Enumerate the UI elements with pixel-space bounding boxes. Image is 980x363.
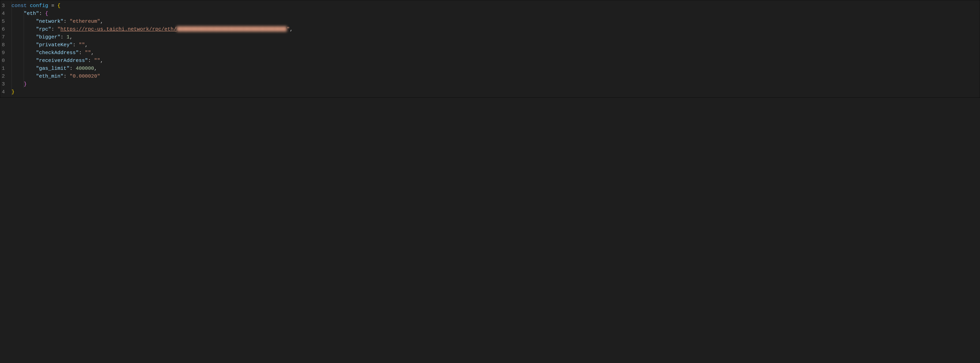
string-empty: "" — [79, 42, 85, 48]
code-line[interactable]: const config = { — [8, 2, 980, 10]
colon: : — [64, 73, 70, 79]
line-number: 2 — [2, 72, 5, 80]
colon: : — [51, 26, 57, 32]
comma: , — [91, 50, 94, 56]
keyword-const: const — [11, 3, 27, 9]
property-rpc: "rpc" — [36, 26, 51, 32]
code-line[interactable]: "bigger": 1, — [8, 33, 980, 41]
colon: : — [79, 50, 85, 56]
code-line[interactable]: "eth_min": "0.000020" — [8, 72, 980, 80]
comma: , — [85, 42, 88, 48]
string-quote: " — [57, 26, 60, 32]
brace-open: { — [57, 3, 60, 9]
string-empty: "" — [85, 50, 91, 56]
indent-guide — [24, 10, 24, 88]
string-quote: " — [287, 26, 290, 32]
line-number: 7 — [2, 33, 5, 41]
property-gaslimit: "gas_limit" — [36, 65, 70, 72]
line-number: 6 — [2, 25, 5, 33]
operator-equals: = — [48, 3, 57, 9]
code-line[interactable]: "receiverAddress": "", — [8, 57, 980, 64]
property-network: "network" — [36, 18, 63, 24]
code-line[interactable]: "privateKey": "", — [8, 41, 980, 49]
brace-open: { — [45, 11, 48, 16]
line-number: 5 — [2, 18, 5, 25]
colon: : — [88, 57, 94, 64]
property-ethmin: "eth_min" — [36, 73, 63, 79]
number-bigger: 1 — [67, 34, 70, 40]
string-ethmin: "0.000020" — [70, 73, 100, 79]
line-number: 0 — [2, 57, 5, 64]
comma: , — [70, 34, 73, 40]
line-number: 1 — [2, 64, 5, 72]
line-number: 8 — [2, 41, 5, 49]
colon: : — [70, 65, 76, 72]
colon: : — [73, 42, 79, 48]
indent-guide — [11, 2, 12, 96]
property-privatekey: "privateKey" — [36, 42, 73, 48]
property-checkaddress: "checkAddress" — [36, 50, 79, 56]
colon: : — [60, 34, 67, 40]
code-line[interactable]: "gas_limit": 400000, — [8, 64, 980, 72]
code-line[interactable]: "network": "ethereum", — [8, 18, 980, 25]
code-line[interactable]: "eth": { — [8, 10, 980, 18]
rpc-url-link[interactable]: https://rpc-us.taichi.network/rpc/eth/ — [60, 26, 177, 32]
comma: , — [100, 18, 103, 24]
code-line[interactable]: } — [8, 80, 980, 88]
brace-close: } — [24, 81, 27, 87]
code-line[interactable]: "rpc": "https://rpc-us.taichi.network/rp… — [8, 25, 980, 33]
colon: : — [39, 11, 45, 16]
number-gaslimit: 400000 — [76, 65, 94, 72]
line-number: 4 — [2, 88, 5, 96]
property-receiveraddress: "receiverAddress" — [36, 57, 88, 64]
comma: , — [94, 65, 97, 72]
property-eth: "eth" — [24, 11, 39, 16]
line-number: 3 — [2, 2, 5, 10]
line-number: 3 — [2, 80, 5, 88]
line-number: 9 — [2, 49, 5, 57]
string-empty: "" — [94, 57, 100, 64]
line-number-gutter: 3 4 5 6 7 8 9 0 1 2 3 4 — [0, 0, 8, 97]
colon: : — [64, 18, 70, 24]
code-line[interactable]: } — [8, 88, 980, 96]
code-content[interactable]: const config = { "eth": { "network": "et… — [8, 0, 980, 97]
string-ethereum: "ethereum" — [70, 18, 100, 24]
line-number: 4 — [2, 10, 5, 18]
rpc-url-redacted: ████████████████████████████████████ — [177, 25, 287, 33]
comma: , — [290, 26, 293, 32]
comma: , — [100, 57, 103, 64]
brace-close: } — [11, 89, 15, 95]
property-bigger: "bigger" — [36, 34, 60, 40]
variable-config: config — [30, 3, 48, 9]
code-line[interactable]: "checkAddress": "", — [8, 49, 980, 57]
code-editor[interactable]: 3 4 5 6 7 8 9 0 1 2 3 4 const config = {… — [0, 0, 980, 98]
